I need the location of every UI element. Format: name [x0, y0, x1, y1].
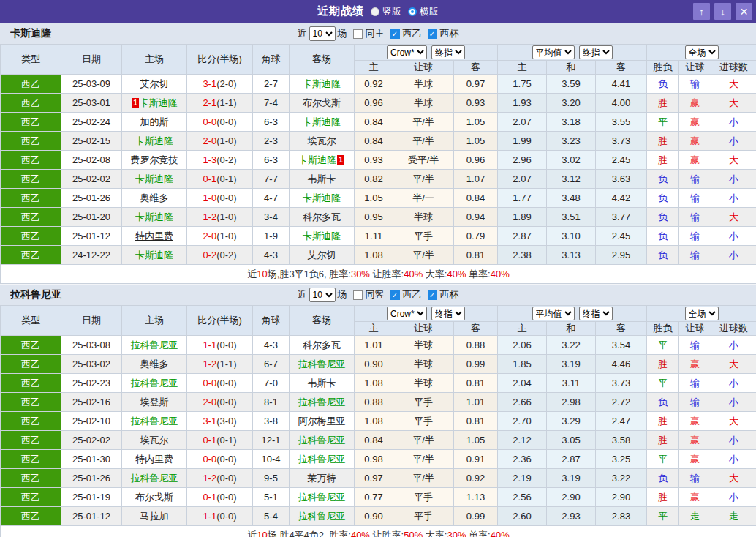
avg-away-cell: 4.41 — [596, 75, 647, 94]
avg-home-cell: 2.56 — [498, 488, 547, 507]
summary-stat-value: 50% — [404, 530, 423, 537]
team-name: 卡斯迪隆 — [135, 211, 173, 222]
match-row: 西乙25-01-20卡斯迪隆1-2(1-0)3-4科尔多瓦0.95半球0.941… — [1, 208, 756, 227]
sub-avg-away: 客 — [596, 322, 647, 336]
col-away: 客场 — [290, 45, 355, 75]
odds-home-cell: 0.84 — [355, 132, 393, 151]
odds-home-cell: 0.95 — [355, 208, 393, 227]
move-down-button[interactable]: ↓ — [714, 3, 731, 20]
cup-label: 西杯 — [440, 288, 459, 301]
team-name: 卡斯迪隆 — [303, 230, 341, 241]
same-venue-label: 同客 — [366, 288, 385, 301]
date-cell: 25-02-02 — [61, 170, 122, 189]
league-checkbox[interactable]: ✓ — [390, 290, 400, 300]
away-team-cell: 拉科鲁尼亚 — [290, 393, 355, 412]
fulltime-score: 0-0 — [203, 116, 216, 127]
halftime-score: (2-0) — [216, 78, 236, 89]
avg-stage-select[interactable]: 终指 — [579, 45, 613, 59]
result-wdl-cell: 负 — [647, 75, 679, 94]
games-label: 场 — [338, 27, 347, 40]
avg-draw-cell: 3.20 — [547, 94, 596, 113]
avg-home-cell: 2.96 — [498, 151, 547, 170]
move-up-button[interactable]: ↑ — [693, 3, 710, 20]
same-venue-checkbox[interactable] — [353, 290, 363, 300]
avg-stage-select[interactable]: 终指 — [579, 307, 613, 320]
summary-line: 近10场,胜3平1负6, 胜率:30% 让胜率:40% 大率:40% 单率:40… — [1, 265, 756, 284]
halftime-score: (0-0) — [216, 339, 236, 350]
odds-stage-select[interactable]: 终指 — [431, 45, 465, 59]
league-label: 西乙 — [403, 288, 422, 301]
sub-handicap-result: 让球 — [679, 61, 711, 75]
corner-cell: 3-8 — [253, 412, 290, 431]
corner-cell: 12-1 — [253, 431, 290, 450]
avg-draw-cell: 3.19 — [547, 469, 596, 488]
avg-draw-cell: 3.12 — [547, 170, 596, 189]
odds-stage-select[interactable]: 终指 — [431, 307, 465, 320]
layout-horizontal-radio[interactable]: 横版 — [408, 5, 439, 18]
league-checkbox[interactable]: ✓ — [390, 29, 400, 39]
summary-text: 大率: — [423, 268, 447, 279]
team-name: 卡斯迪隆 — [303, 116, 341, 127]
avg-away-cell: 2.45 — [596, 151, 647, 170]
odds-away-cell: 0.81 — [454, 412, 498, 431]
team-name: 奥维多 — [140, 192, 169, 203]
fulltime-score: 1-1 — [203, 339, 216, 350]
average-select[interactable]: 平均值 — [532, 45, 575, 59]
section-team-name: 拉科鲁尼亚 — [10, 288, 61, 301]
home-team-cell: 卡斯迪隆 — [122, 246, 187, 265]
col-corner: 角球 — [253, 45, 290, 75]
halftime-score: (1-0) — [216, 211, 236, 222]
result-handicap-cell: 输 — [679, 189, 711, 208]
halftime-score: (0-2) — [216, 154, 236, 165]
bookmaker-select[interactable]: Crow* — [387, 307, 427, 320]
sub-avg-away: 客 — [596, 61, 647, 75]
odds-handicap-cell: 平/半 — [393, 431, 454, 450]
fulltime-score: 2-0 — [203, 135, 216, 146]
result-goals-cell: 小 — [711, 113, 756, 132]
fulltime-select[interactable]: 全场 — [685, 45, 719, 59]
result-wdl-cell: 负 — [647, 246, 679, 265]
team-name: 阿尔梅里亚 — [298, 416, 346, 427]
away-team-cell: 拉科鲁尼亚 — [290, 450, 355, 469]
avg-home-cell: 2.38 — [498, 246, 547, 265]
odds-home-cell: 0.84 — [355, 431, 393, 450]
avg-home-cell: 2.70 — [498, 412, 547, 431]
layout-vertical-radio[interactable]: 竖版 — [371, 5, 401, 18]
league-cell: 西乙 — [1, 246, 61, 265]
result-wdl-cell: 负 — [647, 170, 679, 189]
result-goals-cell: 大 — [711, 355, 756, 374]
odds-handicap-cell: 平/半 — [393, 170, 454, 189]
average-select[interactable]: 平均值 — [532, 307, 575, 320]
team-name: 特内里费 — [135, 454, 173, 465]
odds-handicap-cell: 平/半 — [393, 132, 454, 151]
red-card-badge: 1 — [132, 98, 139, 108]
avg-home-cell: 2.12 — [498, 431, 547, 450]
match-row: 西乙25-01-12特内里费2-0(1-0)1-9卡斯迪隆1.11平手0.792… — [1, 227, 756, 246]
odds-group-header: Crow* 终指 — [355, 45, 498, 61]
section-header: 卡斯迪隆 近 10 场 同主 ✓ 西乙 ✓ 西杯 — [0, 23, 756, 44]
odds-home-cell: 1.08 — [355, 412, 393, 431]
same-venue-checkbox[interactable] — [353, 29, 363, 39]
near-label: 近 — [298, 288, 307, 301]
result-handicap-cell: 输 — [679, 170, 711, 189]
recent-count-select[interactable]: 10 — [309, 288, 336, 302]
odds-handicap-cell: 平/半 — [393, 246, 454, 265]
corner-cell: 5-4 — [253, 507, 290, 526]
recent-count-select[interactable]: 10 — [309, 26, 336, 41]
odds-handicap-cell: 半球 — [393, 336, 454, 355]
match-row: 西乙25-02-02埃瓦尔0-1(0-1)12-1拉科鲁尼亚0.84平/半1.0… — [1, 431, 756, 450]
avg-away-cell: 4.00 — [596, 94, 647, 113]
halftime-score: (0-0) — [216, 511, 236, 522]
score-cell: 0-1(0-1) — [187, 170, 253, 189]
result-goals-cell: 小 — [711, 393, 756, 412]
cup-checkbox[interactable]: ✓ — [428, 290, 437, 300]
close-button[interactable]: ✕ — [736, 3, 752, 20]
odds-home-cell: 1.05 — [355, 189, 393, 208]
cup-checkbox[interactable]: ✓ — [428, 29, 437, 39]
team-name: 埃登斯 — [140, 397, 169, 408]
fulltime-select[interactable]: 全场 — [685, 307, 719, 320]
bookmaker-select[interactable]: Crow* — [387, 45, 427, 59]
summary-text: 场,胜3平1负6, 胜率: — [268, 268, 351, 279]
result-wdl-cell: 胜 — [647, 151, 679, 170]
result-handicap-cell: 输 — [679, 208, 711, 227]
